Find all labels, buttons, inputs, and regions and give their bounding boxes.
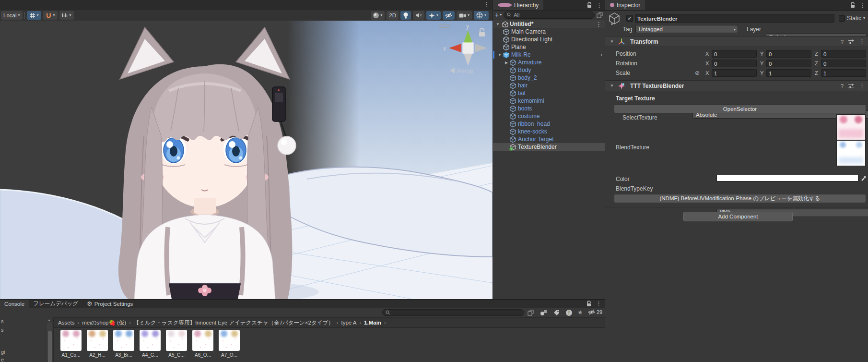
asset-a5-c-[interactable]: A5_C... <box>163 330 190 358</box>
scene-camera-button[interactable]: ▾ <box>457 11 472 20</box>
asset-a6-o-[interactable]: A6_O... <box>189 330 216 358</box>
asset-a7-o-[interactable]: A7_O... <box>216 330 243 358</box>
create-object-button[interactable]: + ▾ <box>495 12 502 18</box>
2d-toggle-button[interactable]: 2D <box>387 11 399 20</box>
favorites-star-icon[interactable]: ★ <box>577 309 583 316</box>
scene-menu-kebab-icon[interactable]: ⋮ <box>483 1 490 8</box>
draw-mode-button[interactable]: ▾ <box>371 11 385 20</box>
textureblender-header[interactable]: ▼ TTT TextureBlender ? ⋮ <box>605 80 868 91</box>
asset-a4-g-[interactable]: A4_G... <box>137 330 164 358</box>
rotation-z-field[interactable]: 0 <box>821 60 866 67</box>
ndmf-preview-toggle-button[interactable]: (NDMF) BeforeUVModification-Phase のプレビュー… <box>614 194 866 203</box>
gameobject-cube-icon[interactable] <box>608 12 621 24</box>
scale-z-field[interactable]: 1 <box>821 69 866 77</box>
expander-open[interactable]: ▼ <box>609 84 615 88</box>
project-folder-tree[interactable]: ssgie ▲ <box>0 317 54 362</box>
lock-icon[interactable] <box>479 28 485 36</box>
hierarchy-item-milk-re[interactable]: ▼Milk-Re› <box>493 51 605 59</box>
static-checkbox[interactable] <box>839 15 845 22</box>
scene-effects-toggle[interactable]: ▾ <box>426 11 441 20</box>
hierarchy-item-armature[interactable]: ▶Armature <box>493 59 605 66</box>
enabled-checkbox[interactable]: ✓ <box>626 15 633 22</box>
hierarchy-search-input[interactable]: All <box>504 12 595 19</box>
persp-indicator[interactable]: Persp <box>450 67 473 74</box>
presets-icon[interactable] <box>848 84 854 88</box>
expand-window-icon[interactable] <box>597 12 603 18</box>
hierarchy-item-anchor-target[interactable]: Anchor Target <box>493 135 605 143</box>
presets-icon[interactable] <box>848 39 854 44</box>
snap-increment-button[interactable]: ▾ <box>59 11 74 20</box>
project-search-input[interactable] <box>382 309 524 316</box>
hierarchy-item-kemomimi[interactable]: kemomimi <box>493 97 605 105</box>
lock-icon[interactable] <box>850 2 855 8</box>
hierarchy-item-knee-socks[interactable]: knee-socks <box>493 128 605 135</box>
open-prefab-chevron[interactable]: › <box>600 51 602 58</box>
hierarchy-item-body-2[interactable]: body_2 <box>493 74 605 82</box>
asset-a2-h-[interactable]: A2_H... <box>84 330 111 358</box>
tab-hierarchy[interactable]: Hierarchy <box>493 0 543 10</box>
open-selector-button[interactable]: OpenSelector <box>614 104 866 113</box>
filter-by-label-icon[interactable] <box>553 310 560 316</box>
hierarchy-item-costume[interactable]: costume <box>493 112 605 120</box>
breadcrumb-item[interactable]: 1.Main <box>364 320 381 326</box>
expander-open[interactable]: ▼ <box>495 22 501 26</box>
breadcrumb-item[interactable]: 【ミルク・ラスク専用】Innocent Eye アイテクスチャ（全7パターン×2… <box>134 319 334 326</box>
blend-texture-thumbnail[interactable] <box>836 140 866 166</box>
help-icon[interactable]: ? <box>841 83 844 89</box>
chevron-down-icon[interactable]: ▾ <box>611 23 613 26</box>
transform-header[interactable]: ▼ Transform ? ⋮ <box>605 36 868 47</box>
hierarchy-item-directional-light[interactable]: Directional Light <box>493 36 605 43</box>
hidden-items-toggle[interactable]: 29 <box>588 309 602 315</box>
position-z-field[interactable]: 0 <box>821 50 866 58</box>
gizmo-center-cube[interactable] <box>463 43 473 53</box>
grid-visibility-button[interactable]: ▾ <box>27 11 41 20</box>
constrain-proportions-icon[interactable]: ⊘ <box>692 70 702 76</box>
hierarchy-item-ribbon-head[interactable]: ribbon_head <box>493 120 605 128</box>
position-y-field[interactable]: 0 <box>766 50 811 58</box>
scrollbar-thumb[interactable] <box>48 331 52 362</box>
orientation-gizmo[interactable]: y x <box>443 23 487 66</box>
scene-audio-toggle[interactable] <box>413 11 424 20</box>
color-swatch[interactable] <box>716 175 858 181</box>
lock-icon[interactable] <box>586 301 591 307</box>
scene-header-row[interactable]: ▼ Untitled* ⋮ <box>493 20 605 28</box>
expander-open[interactable]: ▼ <box>497 53 503 57</box>
kebab-menu-icon[interactable]: ⋮ <box>596 2 602 8</box>
handle-orientation-dropdown[interactable]: Local▾ <box>1 11 23 20</box>
expand-window-icon[interactable] <box>528 310 534 316</box>
kebab-menu-icon[interactable]: ⋮ <box>859 83 865 89</box>
grid-snap-button[interactable]: ▾ <box>43 11 58 20</box>
tab--[interactable]: フレームデバッグ <box>29 300 82 308</box>
asset-a1-co-[interactable]: A1_Co... <box>58 330 84 358</box>
help-icon[interactable]: ? <box>841 39 844 45</box>
kebab-menu-icon[interactable]: ⋮ <box>596 21 602 27</box>
kebab-menu-icon[interactable]: ⋮ <box>859 2 866 8</box>
tab-console[interactable]: Console <box>0 300 29 308</box>
scale-x-field[interactable]: 1 <box>712 69 757 77</box>
expander-closed[interactable]: ▶ <box>504 60 509 65</box>
scene-visibility-toggle[interactable] <box>443 11 455 20</box>
gizmos-toggle[interactable]: ▾ <box>474 11 489 20</box>
add-component-button[interactable]: Add Component <box>683 212 793 221</box>
gizmo-y-axis[interactable] <box>464 30 472 43</box>
gizmo-neg-x-axis[interactable] <box>475 44 487 52</box>
expander-open[interactable]: ▼ <box>609 39 615 44</box>
scroll-up-icon[interactable]: ▲ <box>47 318 51 322</box>
scene-viewport[interactable]: y x Persp <box>0 21 493 299</box>
hierarchy-item-textureblender[interactable]: TextureBlender <box>493 143 605 151</box>
gizmo-neg-y-axis[interactable] <box>464 53 472 66</box>
important-log-icon[interactable]: ! <box>566 310 572 316</box>
tree-scrollbar[interactable] <box>47 322 52 361</box>
hierarchy-item-plane[interactable]: Plane <box>493 43 605 51</box>
breadcrumb-item[interactable]: meiのshop🍓 (仮) <box>82 319 126 326</box>
rotation-x-field[interactable]: 0 <box>712 60 757 67</box>
kebab-menu-icon[interactable]: ⋮ <box>859 38 865 45</box>
hierarchy-item-main-camera[interactable]: Main Camera <box>493 28 605 36</box>
select-texture-thumbnail[interactable] <box>836 114 866 140</box>
lock-icon[interactable] <box>587 2 592 8</box>
scene-lighting-toggle[interactable] <box>400 11 411 20</box>
breadcrumb-item[interactable]: type A <box>341 320 356 326</box>
gameobject-name-field[interactable]: TextureBlender <box>635 14 834 23</box>
chevron-down-icon[interactable]: ▾ <box>863 16 865 20</box>
tab-project-settings[interactable]: ⚙Project Settings <box>82 300 137 308</box>
